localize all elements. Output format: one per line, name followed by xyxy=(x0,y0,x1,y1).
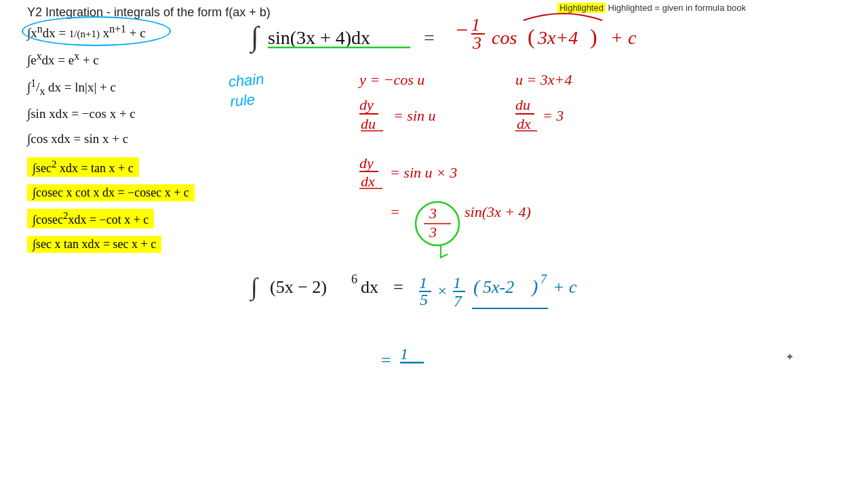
page: Y2 Integration - integrals of the form f… xyxy=(0,0,868,488)
u-equals-3xplus4: u = 3x+4 xyxy=(515,71,572,88)
integral-sign-1: ∫ xyxy=(249,21,260,54)
formula-sec2: ∫sec2 xdx = tan x + c xyxy=(27,157,139,177)
formula-sectan: ∫sec x tan xdx = sec x + c xyxy=(27,236,161,253)
equals-continuation: = xyxy=(380,350,392,370)
sinu-x3: = sin u × 3 xyxy=(390,164,457,181)
formula-list: ∫xndx = 1/(n+1) xn+1 + c ∫exdx = ex + c … xyxy=(27,20,195,258)
answer-cos: cos xyxy=(492,27,517,48)
power-7: 7 xyxy=(540,272,547,286)
answer-3: 3 xyxy=(472,33,481,53)
answer-paren-open: ( xyxy=(528,24,535,49)
equals-3: = 3 xyxy=(542,107,564,124)
frac-7: 7 xyxy=(454,292,462,310)
equals-sinu: = sin u xyxy=(393,107,436,124)
du-label: du xyxy=(361,115,376,132)
formula-ex: ∫exdx = ex + c xyxy=(27,53,99,67)
integral-sign-2: ∫ xyxy=(250,273,259,302)
formula-1x: ∫1/x dx = ln|x| + c xyxy=(27,80,116,94)
frac-5: 5 xyxy=(420,291,428,308)
cursor: ✦ xyxy=(785,351,794,363)
times-1: × xyxy=(437,282,448,300)
sin-expression: sin(3x + 4)dx xyxy=(268,27,370,48)
paren-close-2: ) xyxy=(530,276,538,297)
formula-coseccot: ∫cosec x cot x dx = −cosec x + c xyxy=(27,184,195,201)
y-equals-cosu: y = −cos u xyxy=(358,71,425,88)
equals-2nd: = xyxy=(393,277,403,297)
dx-label-3: dx xyxy=(361,173,375,190)
dy-label-3: dy xyxy=(359,155,374,171)
dx-label: dx xyxy=(517,115,531,132)
frac-1-2: 1 xyxy=(453,274,461,291)
formula-sinx: ∫sin xdx = −cos x + c xyxy=(27,106,136,121)
equals-1: = xyxy=(424,27,435,48)
arrow-down xyxy=(441,245,448,258)
denominator-3: 3 xyxy=(429,224,437,241)
numerator-3: 3 xyxy=(429,205,437,222)
answer-3xplus4: 3x+4 xyxy=(537,27,578,48)
answer-plus-c: + c xyxy=(610,27,637,48)
formula-cosec2: ∫cosec2xdx = −cot x + c xyxy=(27,209,154,228)
second-integral-expr: (5x − 2) xyxy=(270,277,327,297)
frac-1: 1 xyxy=(419,274,427,291)
formula-xn: ∫xndx = 1/(n+1) xn+1 + c xyxy=(27,26,146,40)
dy-label: dy xyxy=(359,96,374,113)
arc-decoration xyxy=(524,14,602,20)
answer-paren-close: ) xyxy=(590,24,597,49)
power-6: 6 xyxy=(351,272,357,286)
formula-cosx: ∫cos xdx = sin x + c xyxy=(27,131,128,146)
sin-3xplus4-2: sin(3x + 4) xyxy=(465,203,531,220)
plus-c-2: + c xyxy=(553,277,577,297)
5xminus2: 5x-2 xyxy=(483,277,514,297)
equals-3sin: = xyxy=(390,203,400,220)
dx-2: dx xyxy=(361,277,378,297)
one-fraction: 1 xyxy=(400,345,408,363)
paren-open-2: ( xyxy=(473,276,481,297)
math-working-area: ∫ sin(3x + 4)dx = − 1 3 cos ( 3x+4 ) + c… xyxy=(231,0,841,461)
answer-1: 1 xyxy=(471,15,480,35)
answer-minus: − xyxy=(454,18,469,42)
du-label-2: du xyxy=(515,96,530,113)
